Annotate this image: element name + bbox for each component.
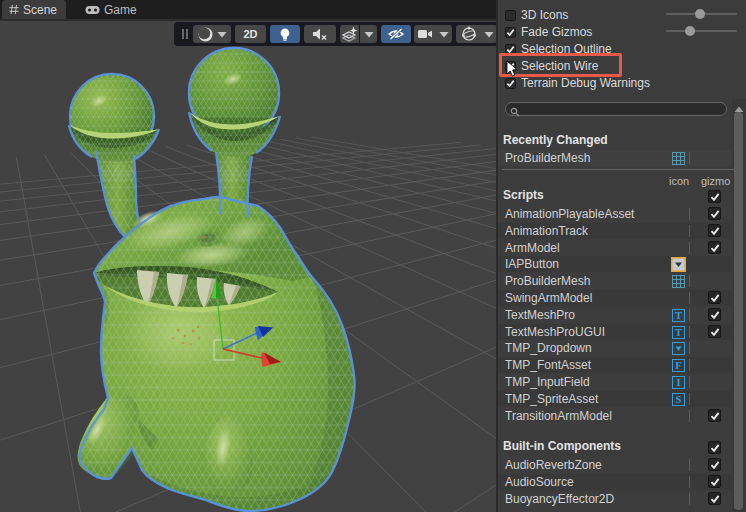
svg-text:F: F xyxy=(675,360,681,371)
svg-text:T: T xyxy=(675,310,682,321)
svg-text:I: I xyxy=(676,377,680,388)
svg-text:T: T xyxy=(675,327,682,338)
svg-text:S: S xyxy=(676,394,682,405)
